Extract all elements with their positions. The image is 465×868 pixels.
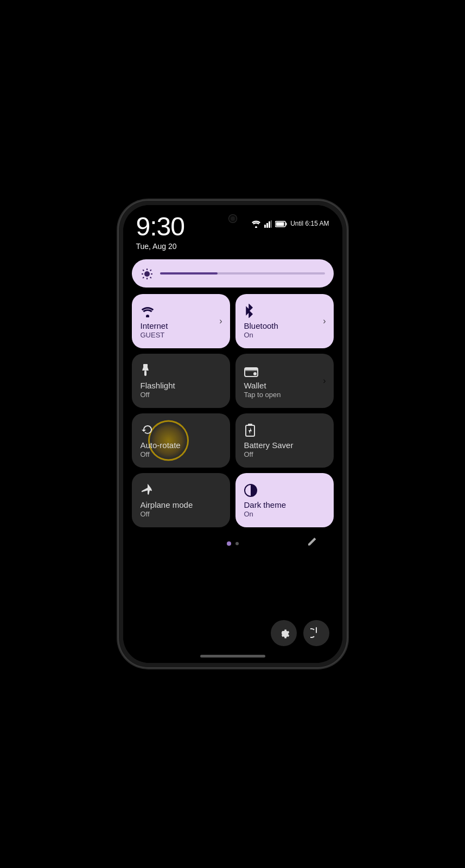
internet-chevron: ›	[219, 316, 222, 326]
wallet-chevron: ›	[323, 376, 326, 386]
bluetooth-icon	[244, 303, 325, 318]
date: Tue, Aug 20	[136, 242, 184, 251]
brightness-track[interactable]	[160, 272, 325, 275]
bluetooth-title: Bluetooth	[244, 321, 325, 331]
android-screen: 9:30 Tue, Aug 20	[123, 205, 342, 663]
svg-rect-22	[245, 368, 258, 370]
internet-subtitle: GUEST	[141, 331, 221, 340]
battery-saver-tile[interactable]: Battery Saver Off	[235, 413, 334, 468]
svg-rect-2	[266, 223, 268, 228]
svg-rect-19	[144, 371, 146, 376]
wallet-subtitle: Tap to open	[244, 391, 325, 399]
clock: 9:30	[136, 214, 184, 240]
flashlight-icon	[141, 363, 221, 378]
wifi-status-icon	[251, 219, 261, 228]
dark-theme-title: Dark theme	[244, 500, 325, 510]
time-date-group: 9:30 Tue, Aug 20	[136, 214, 184, 251]
svg-rect-7	[276, 222, 284, 226]
wallet-icon	[244, 363, 325, 378]
brightness-icon	[141, 266, 154, 280]
airplane-tile[interactable]: Airplane mode Off	[132, 473, 230, 527]
airplane-icon	[141, 482, 221, 497]
flashlight-subtitle: Off	[141, 391, 221, 399]
system-buttons-row	[123, 616, 342, 655]
status-icons: Until 6:15 AM	[251, 219, 329, 228]
svg-rect-6	[286, 222, 287, 225]
quick-tiles-grid: Internet GUEST › Bluetooth On ›	[132, 294, 334, 527]
wifi-icon	[141, 304, 221, 318]
wallet-title: Wallet	[244, 381, 325, 391]
bluetooth-tile[interactable]: Bluetooth On ›	[235, 294, 334, 348]
svg-point-0	[255, 226, 257, 228]
power-sys-button[interactable]	[303, 620, 329, 646]
svg-point-23	[253, 372, 257, 375]
internet-title: Internet	[141, 321, 221, 331]
page-indicator-row	[132, 533, 334, 550]
svg-point-17	[146, 315, 149, 317]
until-text: Until 6:15 AM	[290, 220, 329, 227]
home-bar	[200, 655, 265, 658]
airplane-subtitle: Off	[141, 510, 221, 519]
quick-settings-panel: Internet GUEST › Bluetooth On ›	[123, 255, 342, 616]
svg-point-8	[144, 271, 150, 277]
edit-icon[interactable]	[307, 535, 317, 547]
camera-notch	[229, 215, 237, 222]
svg-rect-1	[264, 225, 266, 228]
flashlight-title: Flashlight	[141, 381, 221, 391]
dark-theme-icon	[244, 483, 325, 497]
status-bar: 9:30 Tue, Aug 20	[123, 205, 342, 255]
autorotate-title: Auto-rotate	[141, 441, 221, 450]
svg-line-14	[150, 277, 151, 278]
svg-rect-25	[248, 424, 252, 426]
bluetooth-subtitle: On	[244, 331, 325, 340]
autorotate-icon	[141, 423, 221, 437]
svg-rect-18	[143, 364, 148, 367]
internet-tile[interactable]: Internet GUEST ›	[132, 294, 230, 348]
dark-theme-subtitle: On	[244, 510, 325, 519]
flashlight-tile[interactable]: Flashlight Off	[132, 354, 230, 408]
nav-dot-2	[235, 542, 239, 545]
brightness-fill	[160, 272, 218, 275]
battery-saver-subtitle: Off	[244, 450, 325, 459]
svg-line-13	[143, 270, 144, 271]
battery-status-icon	[275, 219, 287, 227]
phone-frame: 9:30 Tue, Aug 20	[119, 201, 347, 667]
phone-screen: 9:30 Tue, Aug 20	[123, 205, 342, 663]
bluetooth-chevron: ›	[323, 316, 326, 326]
battery-saver-icon	[244, 423, 325, 437]
nav-dot-1	[227, 541, 231, 546]
brightness-slider[interactable]	[132, 259, 334, 288]
wallet-tile[interactable]: Wallet Tap to open ›	[235, 354, 334, 408]
autorotate-tile[interactable]: Auto-rotate Off	[132, 413, 230, 468]
svg-line-15	[150, 270, 151, 271]
airplane-title: Airplane mode	[141, 500, 221, 510]
svg-line-16	[143, 277, 144, 278]
svg-rect-3	[269, 221, 270, 228]
signal-icon	[264, 219, 272, 228]
dark-theme-tile[interactable]: Dark theme On	[235, 473, 334, 527]
battery-saver-title: Battery Saver	[244, 441, 325, 450]
autorotate-subtitle: Off	[141, 450, 221, 459]
svg-rect-4	[271, 220, 272, 228]
settings-button[interactable]	[271, 620, 297, 646]
home-indicator	[123, 655, 342, 663]
